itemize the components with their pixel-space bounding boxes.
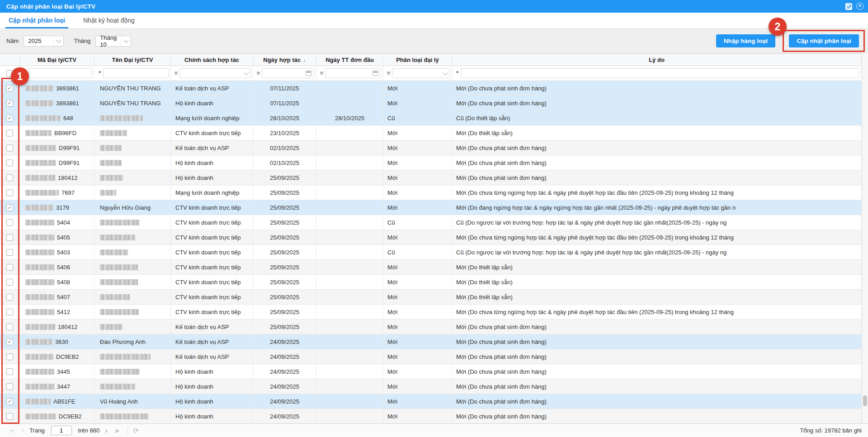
row-checkbox[interactable] xyxy=(6,189,13,196)
col-header-classification[interactable]: Phân loại đại lý xyxy=(383,54,452,66)
chevron-down-icon[interactable] xyxy=(443,70,448,75)
table-row[interactable]: 5404CTV kinh doanh trực tiếp25/09/2025Cũ… xyxy=(0,215,862,230)
table-row[interactable]: 3893861NGUYỄN THU TRANGKế toán dịch vụ A… xyxy=(0,81,862,96)
filter-operator-icon[interactable]: = xyxy=(385,70,392,76)
filter-coop-date-input[interactable] xyxy=(262,68,314,78)
row-checkbox[interactable] xyxy=(6,383,13,390)
filter-operator-icon[interactable]: * xyxy=(22,70,28,76)
tab-nhat-ky-hoat-dong[interactable]: Nhật ký hoạt động xyxy=(80,13,138,28)
filter-operator-icon[interactable]: * xyxy=(96,70,103,76)
cell-reason: Cũ (Do ngược lại với trường hợp: hợp tác… xyxy=(452,245,862,259)
table-row[interactable]: 3893861NGUYỄN THU TRANGHộ kinh doanh07/1… xyxy=(0,96,862,111)
row-checkbox[interactable] xyxy=(6,85,13,92)
table-row[interactable]: DC9EB2Hộ kinh doanh24/09/2025MớiMới (Do … xyxy=(0,409,862,423)
table-row[interactable]: D99F91Hộ kinh doanh02/10/2025MớiMới (Do … xyxy=(0,155,862,170)
filter-agent-code-input[interactable] xyxy=(28,68,92,78)
bulk-import-button[interactable]: Nhập hàng loạt xyxy=(716,34,776,47)
filter-policy-select[interactable] xyxy=(179,68,251,78)
table-row[interactable]: DC9EB2Kế toán dịch vụ ASP24/09/2025MớiMớ… xyxy=(0,349,862,364)
pager-last-button[interactable]: » xyxy=(115,427,119,434)
cell-policy: Hộ kinh doanh xyxy=(171,379,253,394)
row-checkbox[interactable] xyxy=(6,368,13,375)
table-row[interactable]: 7697Mạng lưới doanh nghiệp25/09/2025MớiM… xyxy=(0,185,862,200)
year-select[interactable]: 2025 xyxy=(24,36,64,47)
row-checkbox[interactable] xyxy=(6,309,13,315)
row-checkbox[interactable] xyxy=(6,413,13,420)
table-row[interactable]: 5412CTV kinh doanh trực tiếp25/09/2025Mớ… xyxy=(0,305,862,320)
row-checkbox[interactable] xyxy=(6,145,13,151)
table-row[interactable]: 3179Nguyễn Hữu GiangCTV kinh doanh trực … xyxy=(0,200,862,215)
table-row[interactable]: 180412Hộ kinh doanh25/09/2025MớiMới (Do … xyxy=(0,170,862,185)
table-row[interactable]: 3445Hộ kinh doanh24/09/2025MớiMới (Do ch… xyxy=(0,364,862,379)
row-checkbox[interactable] xyxy=(6,219,13,226)
calendar-icon[interactable] xyxy=(306,70,311,76)
col-header-coop-date[interactable]: Ngày hợp tác↓ xyxy=(253,54,316,66)
filter-classification-select[interactable] xyxy=(392,68,450,78)
cell-select xyxy=(0,245,20,259)
col-header-agent-code[interactable]: Mã Đại lý/CTV xyxy=(20,54,94,66)
select-all-checkbox[interactable] xyxy=(6,70,13,77)
table-row[interactable]: 5408CTV kinh doanh trực tiếp25/09/2025Mớ… xyxy=(0,275,862,290)
col-header-first-order-date[interactable]: Ngày TT đơn đầu xyxy=(316,54,383,66)
table-row[interactable]: 180412Kế toán dịch vụ ASP25/09/2025MớiMớ… xyxy=(0,320,862,334)
pager-next-button[interactable]: › xyxy=(105,427,108,434)
popout-window-icon[interactable] xyxy=(845,3,852,10)
filter-operator-icon[interactable]: = xyxy=(255,70,262,76)
close-icon[interactable]: ✕ xyxy=(856,3,863,10)
row-checkbox[interactable] xyxy=(6,130,13,136)
table-row[interactable]: 3447Hộ kinh doanh24/09/2025MớiMới (Do ch… xyxy=(0,379,862,394)
table-row[interactable]: 5406CTV kinh doanh trực tiếp25/09/2025Mớ… xyxy=(0,260,862,275)
page-label: Trang xyxy=(29,427,44,434)
cell-policy: Hộ kinh doanh xyxy=(171,170,253,185)
row-checkbox[interactable] xyxy=(6,249,13,256)
row-checkbox[interactable] xyxy=(6,264,13,271)
col-header-agent-name[interactable]: Tên Đại lý/CTV xyxy=(94,54,171,66)
col-header-policy[interactable]: Chính sách hợp tác xyxy=(171,54,253,66)
filter-agent-name-input[interactable] xyxy=(103,68,169,78)
cell-policy: CTV kinh doanh trực tiếp xyxy=(171,230,253,244)
row-checkbox[interactable] xyxy=(6,204,13,211)
redacted-text xyxy=(25,130,52,136)
row-checkbox[interactable] xyxy=(6,160,13,166)
vertical-scrollbar[interactable] xyxy=(862,53,868,423)
table-row[interactable]: BB96FDCTV kinh doanh trực tiếp23/10/2025… xyxy=(0,126,862,141)
row-checkbox[interactable] xyxy=(6,234,13,241)
tab-cap-nhat-phan-loai[interactable]: Cập nhật phân loại xyxy=(5,13,68,28)
filter-operator-icon[interactable]: = xyxy=(318,70,325,76)
filter-reason-input[interactable] xyxy=(461,68,859,78)
table-row[interactable]: AB51FEVũ Hoàng AnhHộ kinh doanh24/09/202… xyxy=(0,394,862,409)
month-select[interactable]: Tháng 10 xyxy=(95,36,131,47)
filter-operator-icon[interactable]: = xyxy=(173,70,179,76)
table-row[interactable]: 5405CTV kinh doanh trực tiếp25/09/2025Mớ… xyxy=(0,230,862,245)
table-row[interactable]: 3630Đào Phương AnhKế toán dịch vụ ASP24/… xyxy=(0,334,862,349)
col-header-reason[interactable]: Lý do xyxy=(452,54,862,66)
row-checkbox[interactable] xyxy=(6,398,13,405)
redacted-text xyxy=(100,235,135,240)
row-checkbox[interactable] xyxy=(6,279,13,286)
pager-prev-button[interactable]: ‹ xyxy=(21,427,24,434)
filter-operator-icon[interactable]: * xyxy=(454,70,461,76)
row-checkbox[interactable] xyxy=(6,100,13,107)
page-number-input[interactable] xyxy=(51,426,72,435)
table-row[interactable]: 5403CTV kinh doanh trực tiếp25/09/2025Cũ… xyxy=(0,245,862,260)
table-row[interactable]: 5407CTV kinh doanh trực tiếp25/09/2025Mớ… xyxy=(0,290,862,305)
cell-agent-name: NGUYỄN THU TRANG xyxy=(94,96,171,110)
update-classification-button[interactable]: Cập nhật phân loại xyxy=(789,34,859,47)
chevron-down-icon[interactable] xyxy=(244,70,249,75)
scrollbar-thumb[interactable] xyxy=(863,395,867,406)
row-checkbox[interactable] xyxy=(6,324,13,330)
row-checkbox[interactable] xyxy=(6,338,13,345)
table-row[interactable]: 648Mạng lưới doanh nghiệp28/10/202528/10… xyxy=(0,111,862,126)
row-checkbox[interactable] xyxy=(6,353,13,360)
table-row[interactable]: D99F91Kế toán dịch vụ ASP02/10/2025MớiMớ… xyxy=(0,141,862,155)
filter-first-order-date-input[interactable] xyxy=(325,68,381,78)
redacted-text xyxy=(100,414,149,419)
cell-select xyxy=(0,81,20,95)
redacted-text xyxy=(25,369,54,375)
row-checkbox[interactable] xyxy=(6,174,13,181)
row-checkbox[interactable] xyxy=(6,294,13,301)
pager-first-button[interactable]: « xyxy=(10,427,14,434)
calendar-icon[interactable] xyxy=(373,70,378,76)
row-checkbox[interactable] xyxy=(6,115,13,122)
refresh-icon[interactable]: ⟳ xyxy=(133,427,139,434)
